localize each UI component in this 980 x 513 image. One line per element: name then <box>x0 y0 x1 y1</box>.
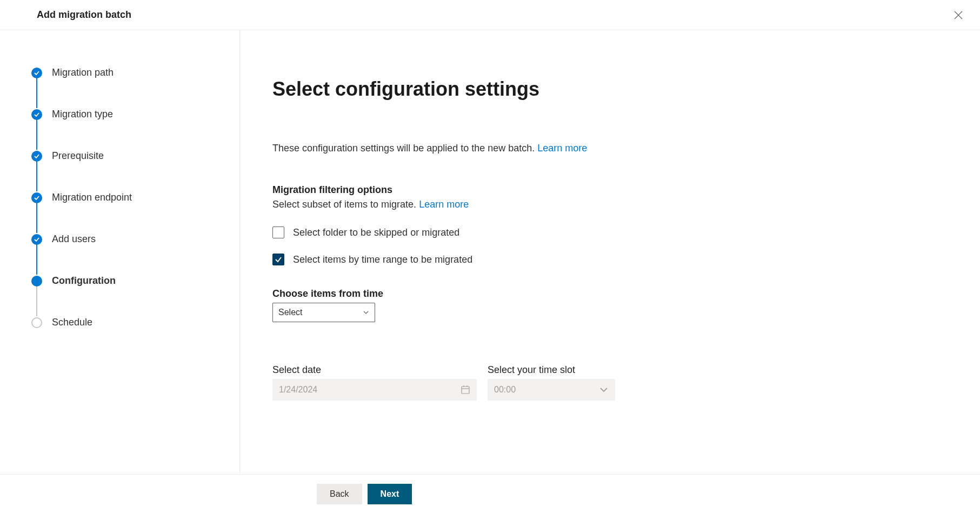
step-indicator-completed <box>31 109 42 120</box>
filtering-subtext: Select subset of items to migrate. Learn… <box>272 199 948 210</box>
checkbox-time-label: Select items by time range to be migrate… <box>293 254 472 265</box>
step-label: Add users <box>52 234 96 245</box>
step-label: Migration type <box>52 109 113 120</box>
filtering-heading: Migration filtering options <box>272 184 948 196</box>
checkbox-folder[interactable] <box>272 226 284 238</box>
step-connector <box>36 78 37 108</box>
page-description: These configuration settings will be app… <box>272 143 948 154</box>
checkmark-icon <box>34 154 39 159</box>
checkmark-icon <box>34 195 39 201</box>
wizard-steps-sidebar: Migration path Migration type Prerequisi… <box>0 30 240 474</box>
step-label: Migration endpoint <box>52 192 132 203</box>
step-connector <box>36 119 37 150</box>
calendar-icon <box>461 385 470 395</box>
filtering-sub-text: Select subset of items to migrate. <box>272 199 419 210</box>
dialog-footer: Back Next <box>0 474 980 513</box>
checkmark-icon <box>34 237 39 242</box>
filtering-section: Migration filtering options Select subse… <box>272 184 948 265</box>
next-button[interactable]: Next <box>368 484 412 504</box>
step-indicator-completed <box>31 68 42 78</box>
step-label: Schedule <box>52 317 92 328</box>
date-value: 1/24/2024 <box>279 385 317 395</box>
dialog-body: Migration path Migration type Prerequisi… <box>0 30 980 474</box>
choose-time-field: Choose items from time Select <box>272 288 948 322</box>
learn-more-link[interactable]: Learn more <box>537 143 587 154</box>
main-content: Select configuration settings These conf… <box>240 30 980 474</box>
date-label: Select date <box>272 364 477 376</box>
checkbox-time-row: Select items by time range to be migrate… <box>272 254 948 265</box>
step-connector <box>36 203 37 233</box>
checkmark-icon <box>34 70 39 76</box>
back-button[interactable]: Back <box>317 484 362 504</box>
close-icon <box>954 11 963 19</box>
timeslot-label: Select your time slot <box>488 364 615 376</box>
checkmark-icon <box>34 112 39 117</box>
date-input: 1/24/2024 <box>272 379 477 401</box>
close-button[interactable] <box>950 6 967 24</box>
date-field: Select date 1/24/2024 <box>272 364 477 401</box>
step-migration-endpoint[interactable]: Migration endpoint <box>31 192 218 203</box>
step-schedule: Schedule <box>31 317 218 328</box>
timeslot-input: 00:00 <box>488 379 615 401</box>
timeslot-field: Select your time slot 00:00 <box>488 364 615 401</box>
dialog-title: Add migration batch <box>37 9 131 21</box>
choose-time-select[interactable]: Select <box>272 303 375 322</box>
checkbox-folder-row: Select folder to be skipped or migrated <box>272 226 948 238</box>
step-connector <box>36 286 37 316</box>
choose-time-label: Choose items from time <box>272 288 948 299</box>
step-indicator-completed <box>31 151 42 162</box>
step-configuration[interactable]: Configuration <box>31 275 218 287</box>
step-label: Migration path <box>52 67 114 78</box>
filtering-learn-more-link[interactable]: Learn more <box>419 199 469 210</box>
step-indicator-upcoming <box>31 317 42 328</box>
step-add-users[interactable]: Add users <box>31 234 218 245</box>
step-label: Prerequisite <box>52 150 104 162</box>
step-connector <box>36 161 37 191</box>
description-text: These configuration settings will be app… <box>272 143 537 154</box>
step-label: Configuration <box>52 275 116 287</box>
step-indicator-completed <box>31 234 42 245</box>
date-time-row: Select date 1/24/2024 <box>272 364 948 401</box>
page-title: Select configuration settings <box>272 78 948 101</box>
wizard-steps-list: Migration path Migration type Prerequisi… <box>31 67 218 328</box>
step-migration-type[interactable]: Migration type <box>31 109 218 120</box>
timeslot-value: 00:00 <box>494 385 516 395</box>
svg-rect-0 <box>462 387 469 394</box>
select-placeholder: Select <box>278 308 302 317</box>
dialog-header: Add migration batch <box>0 0 980 30</box>
checkbox-folder-label: Select folder to be skipped or migrated <box>293 227 459 238</box>
step-migration-path[interactable]: Migration path <box>31 67 218 78</box>
step-connector <box>36 244 37 275</box>
checkmark-icon <box>275 256 282 263</box>
chevron-down-icon <box>599 385 609 395</box>
step-prerequisite[interactable]: Prerequisite <box>31 150 218 162</box>
checkbox-time-range[interactable] <box>272 254 284 265</box>
step-indicator-active <box>31 276 42 287</box>
step-indicator-completed <box>31 192 42 203</box>
chevron-down-icon <box>363 309 369 316</box>
